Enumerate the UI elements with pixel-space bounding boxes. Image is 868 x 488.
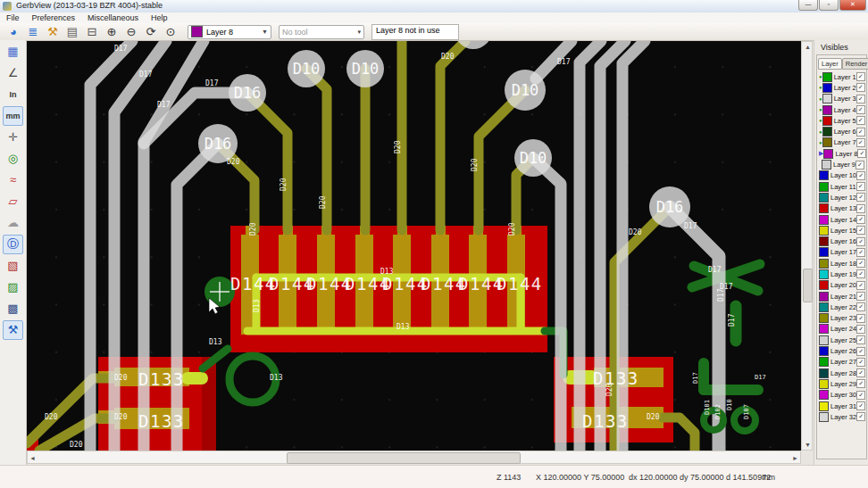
layer-row[interactable]: Layer 27✓ — [817, 357, 866, 368]
layer-color-swatch[interactable] — [819, 390, 829, 400]
layer-row[interactable]: Layer 30✓ — [817, 390, 866, 401]
layer-row[interactable]: Layer 20✓ — [817, 280, 866, 291]
layer-row[interactable]: Layer 18✓ — [817, 258, 866, 269]
layer-color-swatch[interactable] — [819, 412, 829, 422]
layer-row[interactable]: Layer 10✓ — [817, 170, 866, 181]
layer-row[interactable]: Layer 15✓ — [817, 225, 866, 236]
layer-visibility-checkbox[interactable]: ✓ — [857, 149, 866, 158]
layer-color-swatch[interactable] — [819, 215, 829, 225]
layer-color-swatch[interactable] — [822, 160, 831, 170]
layer-manager-icon[interactable]: ⚒ — [3, 320, 23, 340]
tab-render[interactable]: Render — [842, 58, 868, 70]
layer-color-swatch[interactable] — [822, 127, 832, 136]
layer-row[interactable]: Layer 21✓ — [817, 291, 866, 302]
layer-visibility-checkbox[interactable]: ✓ — [856, 292, 865, 301]
gerber-canvas[interactable]: D10D10D10D10D10D16D16D16D144D144D144D144… — [27, 41, 801, 451]
grid-icon[interactable]: ▦ — [3, 42, 23, 62]
horizontal-scrollbar[interactable]: ◄ ► — [27, 451, 801, 464]
layer-visibility-checkbox[interactable]: ✓ — [856, 347, 865, 356]
layer-color-swatch[interactable] — [819, 357, 829, 367]
layer-row[interactable]: ●Layer 7✓ — [817, 137, 866, 148]
layer-visibility-checkbox[interactable]: ✓ — [856, 269, 865, 278]
scroll-up-icon[interactable]: ▲ — [805, 42, 811, 52]
layer-color-swatch[interactable] — [822, 83, 832, 93]
layer-color-swatch[interactable] — [819, 269, 829, 279]
layer-visibility-checkbox[interactable]: ✓ — [856, 248, 865, 257]
layer-visibility-checkbox[interactable]: ✓ — [856, 193, 865, 202]
layer-row[interactable]: Layer 31✓ — [817, 401, 866, 411]
zoom-out-button[interactable]: ⊖ — [121, 24, 141, 39]
horizontal-scroll-thumb[interactable] — [287, 452, 521, 464]
menu-file[interactable]: File — [0, 13, 26, 22]
tab-layer[interactable]: Layer — [818, 58, 842, 70]
scroll-left-icon[interactable]: ◄ — [29, 453, 36, 463]
layer-mode-1-icon[interactable]: ▨ — [3, 277, 23, 297]
layer-color-swatch[interactable] — [823, 149, 833, 159]
layer-row[interactable]: Layer 13✓ — [817, 203, 866, 214]
cursor-shape-icon[interactable]: ✛ — [3, 128, 23, 147]
layer-color-swatch[interactable] — [819, 226, 829, 236]
layer-visibility-checkbox[interactable]: ✓ — [856, 368, 865, 377]
layer-color-swatch[interactable] — [819, 292, 829, 302]
menu-preferences[interactable]: Preferences — [26, 13, 82, 22]
minimize-button[interactable]: — — [798, 0, 818, 11]
zoom-fit-button[interactable]: ⊙ — [161, 24, 180, 39]
layer-mode-2-icon[interactable]: ▩ — [3, 299, 23, 318]
layer-color-swatch[interactable] — [819, 335, 829, 345]
menu-miscellaneous[interactable]: Miscellaneous — [81, 13, 145, 22]
menu-help[interactable]: Help — [145, 13, 174, 22]
layer-visibility-checkbox[interactable]: ✓ — [856, 259, 865, 268]
layer-visibility-checkbox[interactable]: ✓ — [856, 116, 865, 125]
layer-color-swatch[interactable] — [819, 346, 829, 356]
layer-visibility-checkbox[interactable]: ✓ — [856, 401, 865, 410]
layer-visibility-checkbox[interactable]: ✓ — [856, 204, 865, 213]
layer-visibility-checkbox[interactable]: ✓ — [856, 226, 865, 235]
flashed-items-icon[interactable]: ◎ — [3, 149, 23, 169]
layer-row[interactable]: ●Layer 4✓ — [817, 104, 866, 115]
layer-visibility-checkbox[interactable]: ✓ — [856, 281, 865, 290]
layer-row[interactable]: Layer 28✓ — [817, 368, 866, 378]
layer-visibility-checkbox[interactable]: ✓ — [856, 105, 865, 114]
dcodes-icon[interactable]: Ⓓ — [3, 235, 23, 254]
layer-visibility-checkbox[interactable]: ✓ — [856, 72, 865, 81]
polar-coords-icon[interactable]: ∠ — [3, 63, 23, 83]
layer-color-swatch[interactable] — [822, 94, 832, 103]
zoom-in-button[interactable]: ⊕ — [102, 24, 121, 39]
layer-row[interactable]: Layer 11✓ — [817, 181, 866, 192]
layer-color-swatch[interactable] — [819, 302, 829, 312]
layer-color-swatch[interactable] — [819, 313, 829, 323]
maximize-button[interactable]: ▫ — [819, 0, 839, 11]
layer-color-swatch[interactable] — [819, 170, 829, 180]
layer-row[interactable]: Layer 25✓ — [817, 335, 866, 345]
units-inch-button[interactable]: In — [3, 85, 23, 104]
layer-visibility-checkbox[interactable]: ✓ — [856, 379, 865, 388]
layer-color-swatch[interactable] — [819, 280, 829, 290]
layer-row[interactable]: Layer 23✓ — [817, 313, 866, 324]
layer-row[interactable]: Layer 24✓ — [817, 324, 866, 335]
layer-row[interactable]: Layer 19✓ — [817, 269, 866, 279]
layer-select-combo[interactable]: Layer 8 ▼ — [188, 25, 271, 39]
units-mm-button[interactable]: mm — [3, 106, 23, 126]
layer-visibility-checkbox[interactable]: ✓ — [856, 171, 865, 180]
layer-row[interactable]: ▶Layer 8✓ — [817, 148, 866, 159]
polygons-mode-icon[interactable]: ▱ — [3, 192, 23, 211]
layer-visibility-checkbox[interactable]: ✓ — [856, 83, 865, 92]
layer-visibility-checkbox[interactable]: ✓ — [856, 302, 865, 311]
layer-color-swatch[interactable] — [819, 324, 829, 334]
layer-visibility-checkbox[interactable]: ✓ — [856, 325, 865, 334]
layer-visibility-checkbox[interactable]: ✓ — [856, 412, 865, 421]
layer-visibility-checkbox[interactable]: ✓ — [856, 391, 865, 400]
layer-visibility-checkbox[interactable]: ✓ — [856, 358, 865, 367]
layer-color-swatch[interactable] — [819, 247, 829, 257]
negative-objects-icon[interactable]: ☁ — [3, 213, 23, 233]
layer-row[interactable]: Layer 17✓ — [817, 247, 866, 258]
layer-color-swatch[interactable] — [819, 203, 829, 213]
layer-visibility-checkbox[interactable]: ✓ — [856, 138, 865, 147]
layer-color-swatch[interactable] — [819, 259, 829, 269]
close-button[interactable]: ✕ — [839, 0, 866, 11]
vertical-scroll-thumb[interactable] — [803, 269, 813, 302]
vertical-scrollbar[interactable]: ▲ ▼ — [801, 41, 813, 451]
layer-row[interactable]: ●Layer 1✓ — [817, 71, 866, 82]
layer-color-swatch[interactable] — [819, 368, 829, 378]
layer-color-swatch[interactable] — [822, 105, 832, 115]
